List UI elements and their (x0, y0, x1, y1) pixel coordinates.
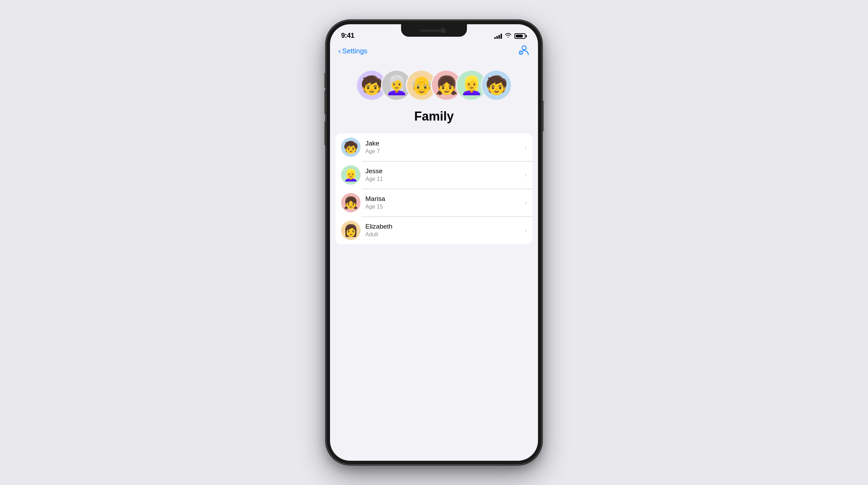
signal-bar-1 (494, 37, 496, 39)
member-sub-jake: Age 7 (365, 148, 525, 155)
content-area: 🧒 👩‍🦳 👴 👧 👱‍♀️ 🧒 Family (330, 63, 538, 461)
member-avatar-jesse: 👱‍♀️ (341, 165, 361, 185)
member-avatar-jake: 🧒 (341, 138, 361, 157)
member-sub-marisa: Age 15 (365, 203, 525, 211)
member-row-jake[interactable]: 🧒 Jake Age 7 › (336, 133, 532, 161)
phone-wrapper: 9:41 (327, 21, 541, 464)
battery-icon (514, 33, 527, 39)
phone-frame: 9:41 (327, 21, 541, 464)
member-info-jake: Jake Age 7 (365, 139, 525, 155)
power-button[interactable] (541, 100, 544, 132)
member-row-elizabeth[interactable]: 👩 Elizabeth Adult › (336, 217, 532, 244)
chevron-jesse-icon: › (525, 171, 527, 179)
back-button[interactable]: ‹ Settings (338, 47, 367, 56)
status-time: 9:41 (341, 32, 354, 39)
member-sub-elizabeth: Adult (365, 231, 525, 238)
member-info-marisa: Marisa Age 15 (365, 195, 525, 210)
signal-bar-4 (501, 34, 502, 39)
member-list: 🧒 Jake Age 7 › 👱‍♀️ Jesse (330, 133, 538, 244)
avatar-group: 🧒 👩‍🦳 👴 👧 👱‍♀️ 🧒 (356, 70, 512, 101)
avatar-6: 🧒 (481, 70, 512, 101)
member-row-jesse[interactable]: 👱‍♀️ Jesse Age 11 › (336, 161, 532, 189)
member-name-elizabeth: Elizabeth (365, 222, 525, 231)
phone-screen: 9:41 (330, 24, 538, 461)
member-row-marisa[interactable]: 👧 Marisa Age 15 › (336, 189, 532, 217)
chevron-marisa-icon: › (525, 199, 527, 206)
status-icons (494, 33, 527, 39)
chevron-elizabeth-icon: › (525, 227, 527, 234)
wifi-icon (505, 33, 512, 39)
notch-speaker (420, 29, 441, 32)
nav-bar: ‹ Settings (330, 42, 538, 63)
back-label: Settings (342, 47, 367, 55)
member-avatar-marisa: 👧 (341, 193, 361, 212)
member-sub-jesse: Age 11 (365, 176, 525, 183)
mute-button[interactable] (324, 73, 327, 88)
add-member-icon (517, 44, 530, 56)
member-name-jake: Jake (365, 139, 525, 148)
signal-bar-3 (498, 35, 500, 39)
volume-down-button[interactable] (324, 121, 327, 146)
svg-point-0 (522, 46, 526, 50)
signal-bars-icon (494, 33, 502, 39)
volume-up-button[interactable] (324, 90, 327, 114)
member-avatar-elizabeth: 👩 (341, 221, 361, 240)
member-name-jesse: Jesse (365, 167, 525, 176)
member-info-elizabeth: Elizabeth Adult (365, 222, 525, 238)
notch-camera (441, 28, 445, 33)
chevron-jake-icon: › (525, 144, 527, 151)
member-list-card: 🧒 Jake Age 7 › 👱‍♀️ Jesse (336, 133, 532, 244)
back-chevron-icon: ‹ (338, 47, 341, 56)
signal-bar-2 (496, 36, 498, 39)
notch (401, 24, 467, 37)
add-member-button[interactable] (517, 44, 530, 59)
member-info-jesse: Jesse Age 11 (365, 167, 525, 183)
family-title: Family (414, 109, 454, 124)
member-name-marisa: Marisa (365, 195, 525, 203)
